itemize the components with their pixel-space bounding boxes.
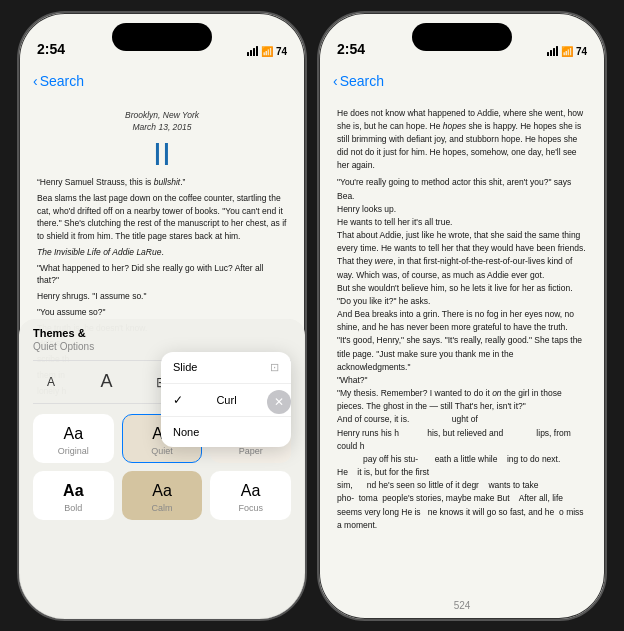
book-content-right: He does not know what happened to Addie,… bbox=[319, 99, 605, 599]
back-label-right: Search bbox=[340, 73, 384, 89]
theme-bold-label: Bold bbox=[64, 503, 82, 513]
right-para-6: But she wouldn't believe him, so he lets… bbox=[337, 282, 587, 295]
right-para-12: And of course, it is. ught of bbox=[337, 413, 587, 426]
status-icons-right: 📶 74 bbox=[547, 46, 587, 57]
para-5: Henry shrugs. "I assume so." bbox=[37, 290, 287, 303]
nav-bar-right: ‹ Search bbox=[319, 63, 605, 99]
curl-label: Curl bbox=[216, 394, 236, 406]
time-left: 2:54 bbox=[37, 41, 65, 57]
nav-bar-left: ‹ Search bbox=[19, 63, 305, 99]
chevron-left-icon-right: ‹ bbox=[333, 73, 338, 89]
theme-paper-label: Paper bbox=[239, 446, 263, 456]
time-right: 2:54 bbox=[337, 41, 365, 57]
large-font-button[interactable]: A bbox=[89, 367, 125, 397]
para-3: The Invisible Life of Addie LaRue. bbox=[37, 246, 287, 259]
theme-original-aa: Aa bbox=[64, 425, 84, 443]
transition-item-slide[interactable]: Slide ⊡ bbox=[161, 352, 291, 384]
wifi-icon: 📶 bbox=[261, 46, 273, 57]
para-6: "You assume so?" bbox=[37, 306, 287, 319]
right-para-3: Henry looks up. bbox=[337, 203, 587, 216]
dynamic-island-right bbox=[412, 23, 512, 51]
phones-container: 2:54 📶 74 ‹ Search bbox=[0, 0, 624, 631]
slide-icon: ⊡ bbox=[270, 361, 279, 374]
themes-header: Themes & bbox=[33, 327, 291, 339]
theme-original[interactable]: Aa Original bbox=[33, 414, 114, 463]
right-para-10: "What?" bbox=[337, 374, 587, 387]
battery-right: 74 bbox=[576, 46, 587, 57]
back-label-left: Search bbox=[40, 73, 84, 89]
left-phone: 2:54 📶 74 ‹ Search bbox=[17, 11, 307, 621]
signal-icon bbox=[247, 46, 258, 56]
theme-quiet-label: Quiet bbox=[151, 446, 173, 456]
theme-focus[interactable]: Aa Focus bbox=[210, 471, 291, 520]
theme-calm[interactable]: Aa Calm bbox=[122, 471, 203, 520]
right-para-11: "My thesis. Remember? I wanted to do it … bbox=[337, 387, 587, 413]
none-label: None bbox=[173, 426, 199, 438]
theme-focus-aa: Aa bbox=[241, 482, 261, 500]
theme-calm-label: Calm bbox=[151, 503, 172, 513]
right-para-1: He does not know what happened to Addie,… bbox=[337, 107, 587, 173]
right-para-13: Henry runs his h his, but relieved and l… bbox=[337, 427, 587, 453]
right-para-14: pay off his stu- eath a little while ing… bbox=[337, 453, 587, 479]
theme-bold[interactable]: Aa Bold bbox=[33, 471, 114, 520]
right-para-15: sim, nd he's seen so little of it degr w… bbox=[337, 479, 587, 532]
para-4: "What happened to her? Did she really go… bbox=[37, 262, 287, 288]
menu-close-button[interactable]: ✕ bbox=[267, 390, 291, 414]
dynamic-island bbox=[112, 23, 212, 51]
transition-item-none[interactable]: None bbox=[161, 417, 291, 447]
chapter-number: II bbox=[37, 138, 287, 170]
themes-subheader: Quiet Options bbox=[33, 341, 291, 352]
para-1: “Henry Samuel Strauss, this is bullshit.… bbox=[37, 176, 287, 189]
battery-left: 74 bbox=[276, 46, 287, 57]
wifi-icon-right: 📶 bbox=[561, 46, 573, 57]
para-2: Bea slams the last page down on the coff… bbox=[37, 192, 287, 243]
chevron-left-icon: ‹ bbox=[33, 73, 38, 89]
page-number: 524 bbox=[454, 600, 471, 611]
slide-label: Slide bbox=[173, 361, 197, 373]
right-para-9: "It's good, Henry," she says. "It's real… bbox=[337, 334, 587, 374]
theme-original-label: Original bbox=[58, 446, 89, 456]
right-phone: 2:54 📶 74 ‹ Search bbox=[317, 11, 607, 621]
status-icons-left: 📶 74 bbox=[247, 46, 287, 57]
theme-bold-aa: Aa bbox=[63, 482, 83, 500]
right-para-5: That about Addie, just like he wrote, th… bbox=[337, 229, 587, 282]
close-icon: ✕ bbox=[274, 395, 284, 409]
check-icon: ✓ bbox=[173, 393, 183, 407]
small-font-button[interactable]: A bbox=[33, 367, 69, 397]
right-para-8: And Bea breaks into a grin. There is no … bbox=[337, 308, 587, 334]
chapter-location: Brooklyn, New York March 13, 2015 bbox=[37, 109, 287, 135]
theme-calm-aa: Aa bbox=[152, 482, 172, 500]
signal-icon-right bbox=[547, 46, 558, 56]
back-button-right[interactable]: ‹ Search bbox=[333, 73, 384, 89]
right-para-2: "You're really going to method actor thi… bbox=[337, 176, 587, 202]
theme-focus-label: Focus bbox=[238, 503, 263, 513]
right-para-7: "Do you like it?" he asks. bbox=[337, 295, 587, 308]
right-para-4: He wants to tell her it's all true. bbox=[337, 216, 587, 229]
back-button-left[interactable]: ‹ Search bbox=[33, 73, 84, 89]
